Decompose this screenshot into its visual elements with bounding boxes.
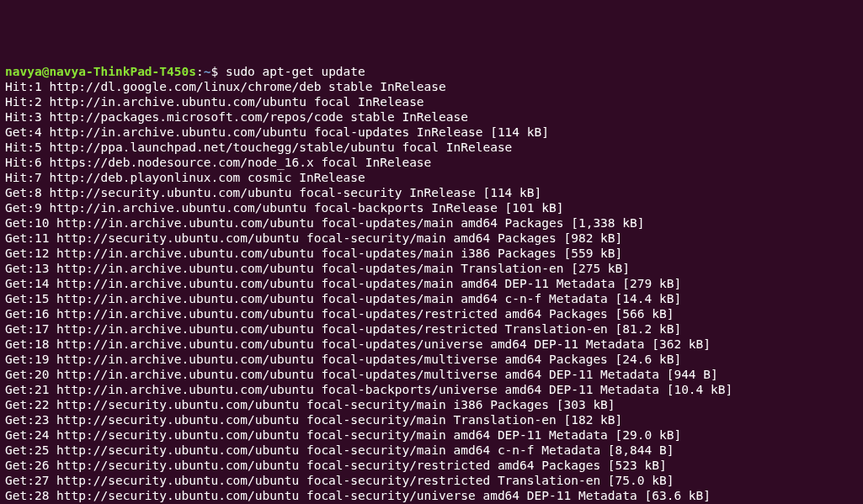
output-line: Get:26 http://security.ubuntu.com/ubuntu…	[5, 459, 667, 472]
output-line: Get:28 http://security.ubuntu.com/ubuntu…	[5, 489, 711, 502]
prompt-line-1: navya@navya-ThinkPad-T450s:~$ sudo apt-g…	[5, 65, 365, 78]
output-line: Get:24 http://security.ubuntu.com/ubuntu…	[5, 428, 681, 442]
output-line: Get:13 http://in.archive.ubuntu.com/ubun…	[5, 262, 630, 275]
output-line: Get:22 http://security.ubuntu.com/ubuntu…	[5, 398, 615, 411]
output-line: Get:16 http://in.archive.ubuntu.com/ubun…	[5, 307, 674, 321]
output-line: Hit:1 http://dl.google.com/linux/chrome/…	[5, 80, 446, 93]
terminal[interactable]: navya@navya-ThinkPad-T450s:~$ sudo apt-g…	[5, 64, 858, 504]
output-line: Get:11 http://security.ubuntu.com/ubuntu…	[5, 231, 622, 245]
output-line: Get:23 http://security.ubuntu.com/ubuntu…	[5, 413, 622, 427]
output-line: Hit:3 http://packages.microsoft.com/repo…	[5, 110, 468, 124]
output-line: Get:19 http://in.archive.ubuntu.com/ubun…	[5, 353, 681, 366]
prompt-dollar: $	[210, 65, 218, 78]
output-line: Get:15 http://in.archive.ubuntu.com/ubun…	[5, 292, 681, 305]
prompt-colon: :	[196, 65, 204, 78]
output-line: Get:27 http://security.ubuntu.com/ubuntu…	[5, 474, 674, 487]
output-line: Get:9 http://in.archive.ubuntu.com/ubunt…	[5, 201, 563, 215]
output-line: Get:20 http://in.archive.ubuntu.com/ubun…	[5, 368, 718, 381]
prompt-command: sudo apt-get update	[218, 65, 365, 78]
output-line: Get:10 http://in.archive.ubuntu.com/ubun…	[5, 216, 645, 230]
output-line: Get:4 http://in.archive.ubuntu.com/ubunt…	[5, 125, 549, 139]
output-line: Get:12 http://in.archive.ubuntu.com/ubun…	[5, 247, 622, 260]
output-line: Hit:5 http://ppa.launchpad.net/touchegg/…	[5, 141, 512, 154]
output-line: Get:8 http://security.ubuntu.com/ubuntu …	[5, 186, 541, 199]
output-line: Get:14 http://in.archive.ubuntu.com/ubun…	[5, 277, 681, 290]
output-line: Get:21 http://in.archive.ubuntu.com/ubun…	[5, 383, 732, 396]
output-line: Hit:2 http://in.archive.ubuntu.com/ubunt…	[5, 95, 424, 109]
output-line: Get:25 http://security.ubuntu.com/ubuntu…	[5, 443, 674, 457]
output-line: Get:17 http://in.archive.ubuntu.com/ubun…	[5, 322, 681, 336]
output-line: Get:18 http://in.archive.ubuntu.com/ubun…	[5, 337, 711, 351]
output-line: Hit:7 http://deb.playonlinux.com cosmic …	[5, 171, 365, 184]
prompt-user-host: navya@navya-ThinkPad-T450s	[5, 65, 196, 78]
output-line: Hit:6 https://deb.nodesource.com/node_16…	[5, 156, 431, 169]
